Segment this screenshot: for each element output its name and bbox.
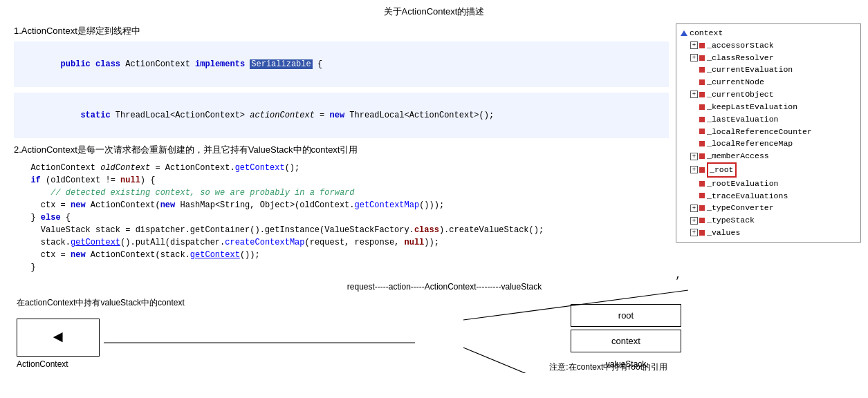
code-line-9: } (21, 261, 662, 274)
note-label: 注意:在context中持有root的引用 (549, 361, 667, 373)
plus-icon: + (690, 217, 698, 225)
kw-else: else (41, 213, 61, 222)
bottom-section: request-----action-----ActionContext----… (7, 282, 861, 373)
tree-item-currentEvaluation: _currentEvaluation (681, 64, 856, 76)
code-line-8: ctx = new ActionContext(stack.getContext… (21, 249, 662, 261)
vs-section: root context valueStack (571, 304, 681, 369)
method-createContextMap: createContextMap (225, 238, 304, 247)
var-oldContext: oldContext (100, 163, 150, 173)
tree-label-root: _root (707, 162, 737, 178)
plus-icon: + (690, 54, 698, 61)
section2-label: 2.ActionContext是每一次请求都会重新创建的，并且它持有ValueS… (14, 144, 669, 156)
tree-label: _currentEvaluation (707, 64, 793, 76)
tree-label: _accessorStack (707, 39, 774, 52)
method-getContext2: getContext (71, 238, 120, 247)
dot-icon (699, 141, 705, 146)
static-line: static ThreadLocal<ActionContext> action… (21, 97, 662, 134)
plus-icon: + (690, 166, 698, 173)
kw-static: static (80, 111, 115, 120)
tree-label: _memberAccess (707, 150, 769, 162)
dot-icon (699, 43, 705, 48)
kw-class2: class (414, 225, 439, 235)
dot-marker: , (676, 269, 681, 281)
tree-item-typeStack: + _typeStack (681, 214, 856, 227)
tree-label: _currentObject (707, 88, 774, 101)
brace-open: { (313, 59, 322, 69)
tree-label: _rootEvaluation (707, 178, 779, 190)
tree-item-values: + _values (681, 227, 856, 239)
tree-label-context: context (690, 27, 723, 39)
plus-icon: + (690, 41, 698, 49)
plus-icon: + (690, 153, 698, 160)
tree-label: _classResolver (707, 52, 774, 64)
left-panel: 1.ActionContext是绑定到线程中 public class Acti… (7, 22, 676, 276)
dot-icon (699, 104, 705, 110)
kw-new: new (330, 111, 350, 120)
tree-item-traceEvaluations: _traceEvaluations (681, 190, 856, 202)
tree-item-keepLastEvaluation: _keepLastEvaluation (681, 101, 856, 113)
tree-item-typeConverter: + _typeConverter (681, 202, 856, 214)
method-getContext3: getContext (190, 250, 240, 260)
tree-item-lastEvaluation: _lastEvaluation (681, 113, 856, 126)
kw-new3: new (160, 200, 181, 210)
tree-item-localReferenceMap: _localReferenceMap (681, 138, 856, 150)
vs-box-root: root (571, 304, 681, 327)
code-block-2: static ThreadLocal<ActionContext> action… (14, 93, 669, 138)
context-hold-label: 在actionContext中持有valueStack中的context (17, 297, 185, 309)
left-arrow-icon: ◄ (53, 330, 63, 346)
code-line-7: stack.getContext().putAll(dispatcher.cre… (21, 236, 662, 249)
dot-icon (699, 230, 705, 236)
dot-icon (699, 67, 705, 73)
tree-label: _values (707, 227, 740, 239)
bottom-row: 在actionContext中持有valueStack中的context ◄ A… (7, 297, 861, 373)
code-block-1: public class ActionContext implements Se… (14, 41, 669, 87)
dot-icon (699, 205, 705, 211)
dot-icon (699, 55, 705, 61)
dot-icon (699, 167, 705, 173)
tree-item-currentNode: _currentNode (681, 76, 856, 88)
tree-item-context: context (681, 27, 856, 39)
class-declaration: public class ActionContext implements Se… (21, 46, 662, 83)
left-bottom: 在actionContext中持有valueStack中的context ◄ A… (17, 297, 185, 369)
tree-label: _currentNode (707, 76, 764, 88)
actioncontext-box: ◄ (17, 319, 100, 357)
comment-detected: // detected existing context, so we are … (21, 188, 354, 198)
dot-icon (699, 92, 705, 97)
kw-class: class (95, 59, 125, 69)
serializable-highlight: Serializable (250, 59, 312, 69)
dot-icon (699, 218, 705, 223)
page-title: 关于ActionContext的描述 (0, 0, 868, 22)
kw-public: public (61, 59, 95, 69)
code-line-4: ctx = new ActionContext(new HashMap<Stri… (21, 199, 662, 211)
dot-icon (699, 181, 705, 187)
dot-icon (699, 193, 705, 198)
tree-item-classResolver: + _classResolver (681, 52, 856, 64)
code-line-2: if (oldContext != null) { (21, 174, 662, 187)
dot-icon (699, 79, 705, 85)
tree-label: _lastEvaluation (707, 113, 779, 126)
kw-null2: null (405, 238, 425, 247)
code-block-3: ActionContext oldContext = ActionContext… (14, 159, 669, 276)
plus-icon: + (690, 205, 698, 212)
tree-label: _typeConverter (707, 202, 774, 214)
plus-icon: + (690, 229, 698, 236)
var-actionContext: actionContext (250, 111, 315, 120)
method-getContext: getContext (235, 163, 285, 173)
code-line-5: } else { (21, 211, 662, 224)
kw-if: if (30, 176, 40, 185)
request-label: request-----action-----ActionContext----… (28, 282, 861, 292)
dot-icon (699, 129, 705, 134)
tree-item-rootEvaluation: _rootEvaluation (681, 178, 856, 190)
classname: ActionContext (125, 59, 195, 69)
tree-panel: context + _accessorStack + _classResolve… (676, 23, 861, 243)
code-line-1: ActionContext oldContext = ActionContext… (21, 162, 662, 174)
tree-item-root: + _root (681, 162, 856, 178)
tree-item-localReferenceCounter: _localReferenceCounter (681, 126, 856, 138)
tree-label: _typeStack (707, 214, 755, 227)
tree-item-currentObject: + _currentObject (681, 88, 856, 101)
kw-new2: new (71, 200, 91, 210)
code-line-6: ValueStack stack = dispatcher.getContain… (21, 224, 662, 236)
vs-box-context: context (571, 330, 681, 352)
tree-label: _traceEvaluations (707, 190, 788, 202)
dot-icon (699, 153, 705, 159)
